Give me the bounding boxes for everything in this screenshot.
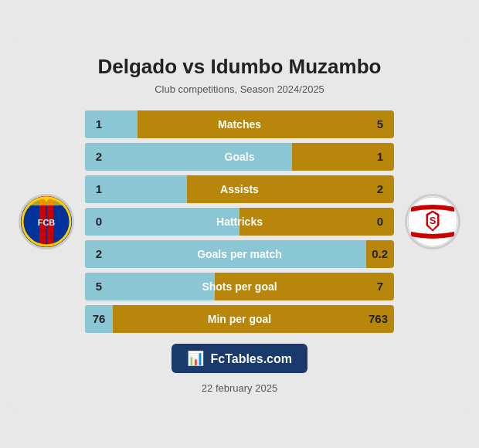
stats-area: 1 Matches 5 2 Goals 1 1 Assists 2 0 Hatt… <box>85 110 394 333</box>
stat-row: 1 Assists 2 <box>85 175 394 203</box>
main-content: FCB 1 Matches 5 2 Goals 1 1 As <box>15 110 464 333</box>
stat-row: 2 Goals 1 <box>85 143 394 171</box>
brand-box: 📊 FcTables.com <box>172 344 307 373</box>
stat-right-value: 5 <box>366 110 394 138</box>
stat-right-value: 763 <box>362 305 394 333</box>
stat-label: Shots per goal <box>85 280 394 293</box>
stat-right-value: 0 <box>366 208 394 236</box>
sevilla-badge: S <box>405 194 460 249</box>
date-label: 22 february 2025 <box>15 382 464 394</box>
svg-text:FCB: FCB <box>38 218 56 227</box>
stat-row: 0 Hattricks 0 <box>85 208 394 236</box>
page-subtitle: Club competitions, Season 2024/2025 <box>15 83 464 95</box>
stat-right-value: 0.2 <box>365 240 394 268</box>
stat-label: Assists <box>85 183 394 195</box>
brand-label: FcTables.com <box>210 352 292 365</box>
stat-row: 1 Matches 5 <box>85 110 394 138</box>
svg-rect-7 <box>46 197 47 202</box>
chart-icon: 📊 <box>187 350 204 367</box>
svg-text:S: S <box>430 215 437 226</box>
stat-right-value: 7 <box>366 273 394 300</box>
stat-label: Goals per match <box>85 248 394 260</box>
stat-right-value: 1 <box>366 143 394 171</box>
team-right-logo: S <box>402 194 464 249</box>
stat-row: 76 Min per goal 763 <box>85 305 394 333</box>
stat-label: Hattricks <box>85 216 394 228</box>
stat-label: Matches <box>85 118 394 131</box>
page-title: Delgado vs Idumbo Muzambo <box>15 55 464 79</box>
stat-label: Min per goal <box>85 313 394 325</box>
comparison-card: Delgado vs Idumbo Muzambo Club competiti… <box>8 39 471 409</box>
brand-banner: 📊 FcTables.com <box>15 344 464 373</box>
barcelona-badge: FCB <box>19 194 74 249</box>
stat-row: 2 Goals per match 0.2 <box>85 240 394 268</box>
stat-label: Goals <box>85 151 394 163</box>
team-left-logo: FCB <box>15 194 77 249</box>
stat-row: 5 Shots per goal 7 <box>85 273 394 300</box>
stat-right-value: 2 <box>366 175 394 203</box>
